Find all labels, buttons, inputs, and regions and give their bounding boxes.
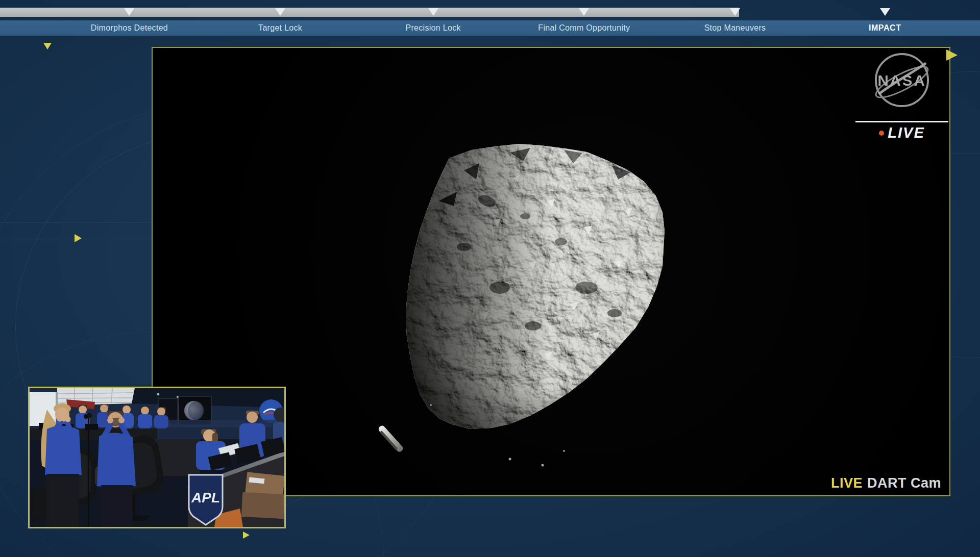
milestone-label: Target Lock [258,20,302,36]
decor-triangle-icon [243,531,250,539]
asteroid-fragment [377,424,404,453]
apl-label: APL [191,490,220,505]
mission-control-pip: APL [28,387,286,528]
milestone-marker-icon [124,8,134,16]
nasa-insignia-icon: NASA [874,52,930,108]
milestone-label: Stop Maneuvers [704,20,766,36]
milestone-label: Precision Lock [406,20,461,36]
live-dot-icon [879,131,884,136]
nasa-wordmark: NASA [877,72,926,89]
milestone-label: Final Comm Opportunity [538,20,630,36]
timeline-labels: Dimorphos DetectedTarget LockPrecision L… [0,20,980,36]
decor-line [950,153,980,154]
timeline-track [0,8,980,17]
nasa-live-watermark: NASA LIVE [855,52,948,141]
milestone-marker-icon [880,8,890,16]
milestone-label: IMPACT [869,20,901,36]
decor-triangle-icon [75,234,82,242]
milestone-marker-icon [579,8,589,16]
mission-control-scene: APL [30,388,284,527]
milestone-marker-icon [730,8,740,16]
milestone-marker-icon [275,8,285,16]
caption-live: LIVE [831,475,863,491]
live-badge: LIVE [855,124,948,141]
decor-triangle-icon [43,43,52,49]
apl-shield-icon: APL [189,475,223,525]
mission-timeline: Dimorphos DetectedTarget LockPrecision L… [0,0,980,36]
live-badge-label: LIVE [888,124,924,141]
timeline-progress-fill [0,8,739,17]
milestone-marker-icon [428,8,438,16]
decor-line [0,222,153,223]
caption-camera: DART Cam [867,475,941,491]
divider [855,121,948,122]
camera-caption: LIVEDART Cam [831,475,941,491]
decor-triangle-icon [946,49,958,61]
milestone-label: Dimorphos Detected [91,20,168,36]
broadcast-stage: Dimorphos DetectedTarget LockPrecision L… [0,0,980,557]
